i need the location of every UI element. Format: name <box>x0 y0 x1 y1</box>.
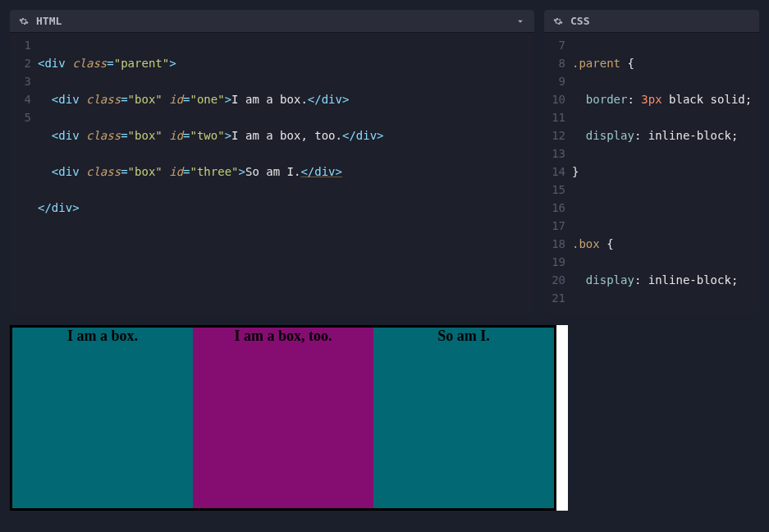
html-code[interactable]: <div class="parent"> <div class="box" id… <box>38 36 534 309</box>
preview-box-two: I am a box, too. <box>193 328 373 508</box>
chevron-down-icon[interactable] <box>515 16 526 27</box>
html-panel-header: HTML <box>10 10 534 33</box>
css-gutter: 7 8 9 10 11 12 13 14 15 16 17 18 19 20 2… <box>544 36 572 309</box>
gear-icon[interactable] <box>552 16 564 27</box>
css-panel: CSS 7 8 9 10 11 12 13 14 15 16 17 18 19 … <box>544 10 759 315</box>
editor-row: HTML 1 2 3 4 5 <div class="parent"> <div… <box>0 0 769 325</box>
preview-box-three: So am I. <box>373 328 554 508</box>
css-panel-header: CSS <box>544 10 759 33</box>
html-panel-title: HTML <box>36 15 62 27</box>
preview-box-one: I am a box. <box>12 328 193 508</box>
html-code-body[interactable]: 1 2 3 4 5 <div class="parent"> <div clas… <box>10 33 534 315</box>
html-panel: HTML 1 2 3 4 5 <div class="parent"> <div… <box>10 10 534 315</box>
gear-icon[interactable] <box>18 16 30 27</box>
preview-parent: I am a box.I am a box, too.So am I. <box>10 325 556 511</box>
css-code[interactable]: .parent { border: 3px black solid; displ… <box>572 36 759 309</box>
css-code-body[interactable]: 7 8 9 10 11 12 13 14 15 16 17 18 19 20 2… <box>544 33 759 315</box>
preview-area: I am a box.I am a box, too.So am I. <box>10 325 568 511</box>
css-panel-title: CSS <box>570 15 589 27</box>
html-gutter: 1 2 3 4 5 <box>10 36 38 309</box>
